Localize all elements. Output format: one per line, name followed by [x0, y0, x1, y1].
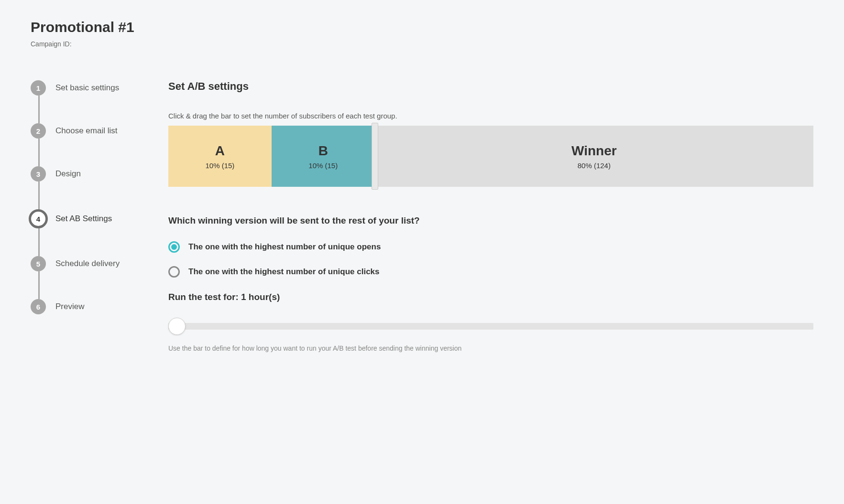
step-number: 1	[31, 80, 46, 96]
radio-option-clicks[interactable]: The one with the highest number of uniqu…	[168, 266, 813, 278]
radio-label: The one with the highest number of uniqu…	[188, 267, 380, 277]
duration-helper: Use the bar to define for how long you w…	[168, 344, 813, 352]
segment-a: A 10% (15)	[168, 126, 272, 187]
step-choose-email-list[interactable]: 2 Choose email list	[31, 123, 145, 166]
step-label: Design	[55, 169, 81, 179]
slider-track	[168, 323, 813, 330]
slider-thumb[interactable]	[168, 318, 186, 335]
step-label: Schedule delivery	[55, 259, 120, 268]
ab-split-bar[interactable]: A 10% (15) B 10% (15) Winner 80% (124)	[168, 126, 813, 187]
radio-icon	[168, 241, 180, 253]
segment-winner: Winner 80% (124)	[375, 126, 813, 187]
step-design[interactable]: 3 Design	[31, 166, 145, 209]
wizard-stepper: 1 Set basic settings 2 Choose email list…	[31, 71, 145, 352]
radio-label: The one with the highest number of uniqu…	[188, 242, 381, 252]
step-label: Set AB Settings	[55, 214, 112, 224]
duration-prefix: Run the test for:	[168, 292, 241, 302]
step-label: Set basic settings	[55, 83, 119, 93]
step-label: Preview	[55, 302, 84, 311]
step-label: Choose email list	[55, 126, 117, 136]
step-ab-settings[interactable]: 4 Set AB Settings	[31, 209, 145, 256]
step-connector	[38, 225, 40, 256]
step-connector	[38, 139, 40, 166]
split-drag-handle[interactable]	[372, 123, 378, 190]
step-number: 2	[31, 123, 46, 139]
step-number: 6	[31, 299, 46, 314]
winner-criteria-question: Which winning version will be sent to th…	[168, 215, 813, 226]
page-title: Promotional #1	[31, 19, 813, 35]
segment-b-title: B	[318, 143, 328, 159]
campaign-id-label: Campaign ID:	[31, 40, 813, 48]
radio-option-opens[interactable]: The one with the highest number of uniqu…	[168, 241, 813, 253]
page-header: Promotional #1 Campaign ID:	[31, 19, 813, 48]
duration-slider[interactable]	[168, 317, 813, 336]
segment-b: B 10% (15)	[272, 126, 375, 187]
ab-settings-panel: Set A/B settings Click & drag the bar to…	[168, 71, 813, 352]
step-basic-settings[interactable]: 1 Set basic settings	[31, 80, 145, 123]
segment-winner-title: Winner	[571, 143, 617, 159]
duration-label: Run the test for: 1 hour(s)	[168, 292, 813, 302]
radio-icon	[168, 266, 180, 278]
segment-winner-sub: 80% (124)	[578, 161, 611, 170]
step-number: 4	[29, 209, 48, 228]
segment-b-sub: 10% (15)	[308, 161, 338, 170]
split-instruction: Click & drag the bar to set the number o…	[168, 112, 813, 120]
step-number: 5	[31, 256, 46, 271]
section-title: Set A/B settings	[168, 80, 813, 93]
duration-value: 1 hour(s)	[241, 292, 280, 302]
step-connector	[38, 182, 40, 209]
segment-a-sub: 10% (15)	[205, 161, 234, 170]
step-preview[interactable]: 6 Preview	[31, 299, 145, 314]
step-connector	[38, 271, 40, 299]
step-number: 3	[31, 166, 46, 182]
step-schedule-delivery[interactable]: 5 Schedule delivery	[31, 256, 145, 299]
segment-a-title: A	[215, 143, 225, 159]
step-connector	[38, 96, 40, 123]
